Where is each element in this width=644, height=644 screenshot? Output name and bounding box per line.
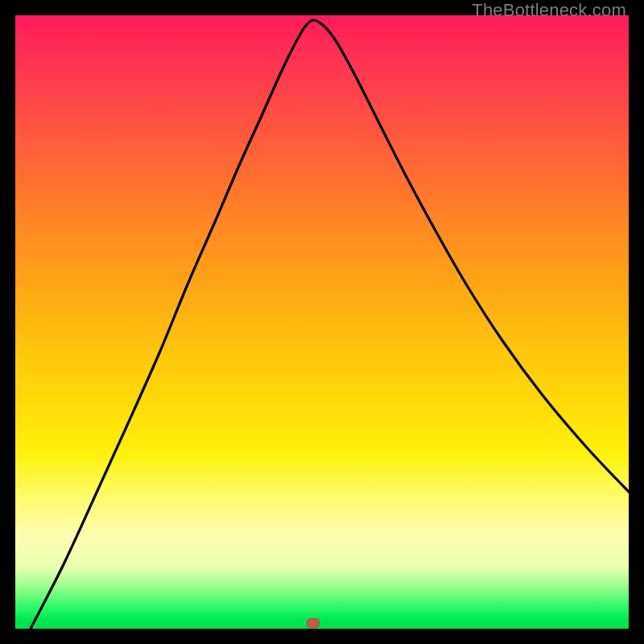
watermark-text: TheBottleneck.com — [472, 0, 626, 21]
optimal-point-marker — [307, 618, 320, 628]
bottleneck-curve — [15, 15, 629, 629]
chart-plot-area — [15, 15, 629, 629]
chart-frame: TheBottleneck.com — [0, 0, 644, 644]
